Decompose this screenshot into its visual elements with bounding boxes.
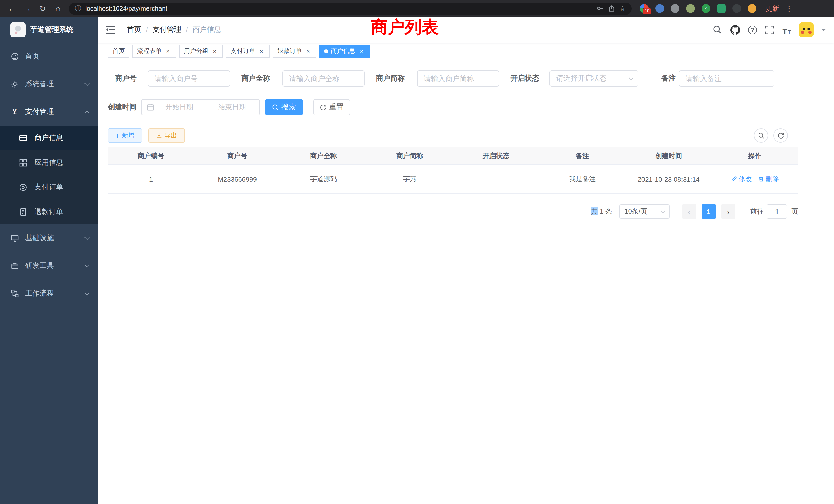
browser-update-button[interactable]: 更新 [766, 4, 779, 13]
reset-button[interactable]: 重置 [313, 99, 350, 115]
toggle-search-button[interactable] [754, 128, 768, 143]
date-separator: - [204, 103, 207, 111]
sidebar-subitem-pay-order[interactable]: 支付订单 [0, 175, 97, 200]
date-end-placeholder: 结束日期 [210, 102, 254, 112]
tab-label: 首页 [112, 47, 125, 55]
user-avatar[interactable] [798, 22, 814, 38]
reset-button-label: 重置 [329, 102, 344, 112]
cell-remark: 我是备注 [539, 175, 626, 184]
search-button[interactable]: 搜索 [265, 99, 303, 115]
breadcrumb-home[interactable]: 首页 [127, 25, 141, 35]
refresh-button[interactable] [773, 128, 788, 143]
app-logo[interactable]: 芋道管理系统 [0, 17, 97, 43]
gear-icon [10, 80, 19, 89]
close-icon[interactable]: × [211, 47, 218, 55]
share-icon[interactable] [608, 5, 615, 12]
chevron-down-icon [85, 81, 90, 86]
next-page-button[interactable]: › [721, 204, 736, 219]
sidebar-subitem-merchant-info[interactable]: 商户信息 [0, 126, 97, 151]
target-icon [19, 183, 27, 192]
search-icon[interactable] [712, 25, 722, 35]
font-size-icon[interactable]: TT [783, 25, 791, 35]
full-name-input[interactable] [282, 70, 365, 87]
extension-icon[interactable] [686, 4, 695, 13]
user-menu-caret-icon[interactable] [822, 29, 826, 33]
status-select[interactable]: 请选择开启状态 [549, 70, 638, 87]
chevron-down-icon [629, 76, 634, 80]
sidebar-item-devtools[interactable]: 研发工具 [0, 252, 97, 280]
export-button-label: 导出 [164, 131, 177, 140]
sidebar-item-infrastructure[interactable]: 基础设施 [0, 224, 97, 252]
pagination-total: 共1条 [590, 207, 613, 216]
tab-refund-order[interactable]: 退款订单 × [273, 44, 316, 58]
prev-page-button[interactable]: ‹ [682, 204, 696, 219]
extension-icon[interactable]: 10 [640, 4, 649, 13]
tab-pay-order[interactable]: 支付订单 × [226, 44, 270, 58]
extension-icon[interactable] [748, 4, 756, 13]
extension-icon[interactable] [732, 4, 741, 13]
extension-icon[interactable]: ✓ [702, 4, 710, 13]
password-key-icon[interactable] [596, 5, 604, 12]
sidebar-item-home[interactable]: 首页 [0, 43, 97, 70]
close-icon[interactable]: × [164, 47, 172, 55]
tab-user-group[interactable]: 用户分组 × [179, 44, 223, 58]
goto-page-input[interactable] [767, 204, 787, 219]
sidebar-subitem-label: 商户信息 [35, 134, 63, 143]
browser-menu-icon[interactable]: ⋮ [785, 4, 793, 13]
sidebar-item-workflow[interactable]: 工作流程 [0, 280, 97, 307]
create-time-range-picker[interactable]: 开始日期 - 结束日期 [141, 99, 260, 115]
card-icon [19, 134, 27, 142]
short-name-input[interactable] [417, 70, 499, 87]
add-button[interactable]: + 新增 [108, 128, 142, 143]
merchant-no-input[interactable] [148, 70, 230, 87]
page-size-select[interactable]: 10条/页 [619, 204, 670, 219]
browser-window: ← → ↻ ⌂ ⓘ localhost:1024/pay/merchant ☆ … [0, 0, 834, 504]
forward-icon[interactable]: → [21, 2, 34, 15]
extension-icon[interactable] [671, 4, 679, 13]
total-prefix: 共 [591, 207, 598, 215]
breadcrumb-payment[interactable]: 支付管理 [153, 25, 181, 35]
sidebar-toggle-icon[interactable] [106, 25, 116, 35]
edit-link[interactable]: 修改 [731, 175, 752, 184]
tab-label: 商户信息 [331, 47, 355, 55]
sidebar-subitem-app-info[interactable]: 应用信息 [0, 151, 97, 175]
extension-badge: 10 [643, 8, 651, 15]
close-icon[interactable]: × [305, 47, 312, 55]
remark-input[interactable] [679, 70, 774, 87]
delete-link[interactable]: 删除 [758, 175, 779, 184]
table-header-row: 商户编号 商户号 商户全称 商户简称 开启状态 备注 创建时间 操作 [108, 147, 798, 165]
page-1-button[interactable]: 1 [702, 204, 716, 219]
check-icon: ✓ [704, 6, 708, 11]
tab-process-form[interactable]: 流程表单 × [132, 44, 176, 58]
cell-short-name: 芋艿 [367, 175, 453, 184]
sidebar-subitem-refund-order[interactable]: 退款订单 [0, 200, 97, 224]
active-tab-dot [324, 49, 328, 53]
export-button[interactable]: 导出 [148, 128, 184, 143]
help-icon[interactable]: ? [748, 25, 757, 34]
fullscreen-icon[interactable] [764, 25, 775, 35]
navbar-actions: ? TT [712, 22, 826, 38]
full-name-label: 商户全称 [241, 74, 270, 83]
back-icon[interactable]: ← [5, 2, 19, 15]
tab-home[interactable]: 首页 [108, 44, 129, 58]
bookmark-star-icon[interactable]: ☆ [620, 5, 626, 12]
close-icon[interactable]: × [258, 47, 265, 55]
create-time-label: 创建时间 [108, 102, 137, 112]
url-text: localhost:1024/pay/merchant [85, 5, 592, 12]
extension-icon[interactable] [655, 4, 664, 13]
reload-icon[interactable]: ↻ [36, 2, 49, 15]
sidebar-item-payment[interactable]: ¥ 支付管理 [0, 98, 97, 126]
address-bar[interactable]: ⓘ localhost:1024/pay/merchant ☆ [69, 2, 632, 15]
extension-icon[interactable] [717, 4, 726, 13]
font-size-large-glyph: T [783, 27, 787, 35]
close-icon[interactable]: × [358, 47, 365, 55]
date-start-placeholder: 开始日期 [157, 102, 201, 112]
remark-label: 备注 [661, 74, 676, 83]
goto-label: 前往 [750, 207, 764, 216]
site-info-icon[interactable]: ⓘ [75, 4, 81, 13]
tab-merchant-info[interactable]: 商户信息 × [320, 44, 370, 58]
pagination: 共1条 10条/页 ‹ 1 › 前往 页 [108, 204, 798, 219]
github-icon[interactable] [730, 25, 740, 35]
home-icon[interactable]: ⌂ [51, 2, 65, 15]
sidebar-item-system[interactable]: 系统管理 [0, 70, 97, 98]
